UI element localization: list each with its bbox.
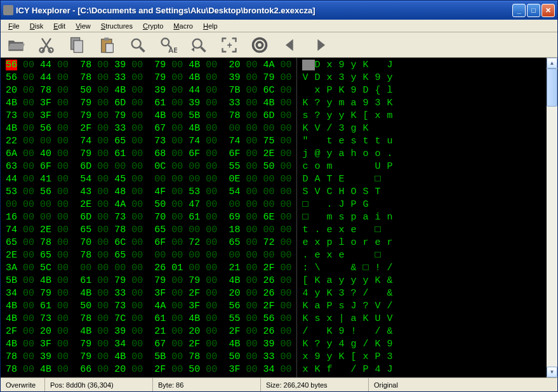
toolbar: AB +	[1, 32, 557, 58]
svg-rect-6	[106, 43, 114, 52]
menu-disk[interactable]: Disk	[25, 21, 48, 31]
menu-edit[interactable]: Edit	[48, 21, 70, 31]
find-text-button[interactable]: AB	[158, 35, 178, 55]
menu-help[interactable]: Help	[198, 21, 223, 31]
menu-crypto[interactable]: Crypto	[138, 21, 168, 31]
scroll-track[interactable]	[547, 69, 557, 367]
goto-button[interactable]	[249, 35, 270, 55]
empty-area	[404, 58, 547, 377]
svg-point-13	[256, 42, 262, 48]
status-mode: Overwrite	[1, 378, 45, 391]
svg-rect-3	[74, 41, 83, 53]
vertical-scrollbar[interactable]: ▲ ▼	[547, 58, 557, 377]
find-again-button[interactable]	[189, 35, 209, 55]
svg-point-0	[40, 48, 44, 52]
menu-macro[interactable]: Macro	[168, 21, 198, 31]
find-button[interactable]	[128, 35, 148, 55]
svg-point-8	[162, 38, 169, 46]
statusbar: Overwrite Pos: 8dd0h (36,304) Byte: 86 S…	[1, 377, 557, 391]
svg-point-1	[49, 48, 53, 52]
open-button[interactable]	[6, 35, 26, 55]
menu-structures[interactable]: Structures	[96, 21, 138, 31]
svg-text:+: +	[227, 39, 232, 49]
prev-button[interactable]	[280, 35, 300, 55]
scroll-down-button[interactable]: ▼	[547, 367, 557, 377]
status-byte: Byte: 86	[153, 378, 261, 391]
fullscreen-button[interactable]: +	[219, 35, 239, 55]
svg-point-12	[253, 38, 267, 51]
hex-pane[interactable]: 56 00 44 00 78 00 39 00 79 00 4B 00 20 0…	[1, 58, 296, 377]
cut-button[interactable]	[36, 35, 56, 55]
close-button[interactable]: ✕	[541, 4, 555, 17]
menubar: File Disk Edit View Structures Crypto Ma…	[1, 20, 557, 32]
copy-button[interactable]	[67, 35, 87, 55]
titlebar: ICY Hexplorer - [C:\Documents and Settin…	[1, 1, 557, 20]
app-icon	[3, 5, 13, 15]
content-area: 56 00 44 00 78 00 39 00 79 00 4B 00 20 0…	[1, 58, 557, 377]
svg-point-7	[132, 39, 141, 48]
paste-button[interactable]	[97, 35, 117, 55]
scroll-up-button[interactable]: ▲	[547, 58, 557, 69]
minimize-button[interactable]: _	[512, 4, 526, 17]
status-original: Original	[369, 378, 557, 391]
ascii-pane[interactable]: Dx9yK J VDx3yK9y xPK9D{l K?yma93K s?yyK[…	[296, 58, 404, 377]
next-button[interactable]	[310, 35, 331, 55]
status-pos: Pos: 8dd0h (36,304)	[45, 378, 153, 391]
maximize-button[interactable]: □	[527, 4, 540, 17]
scroll-thumb[interactable]	[547, 69, 557, 107]
status-size: Size: 266,240 bytes	[261, 378, 369, 391]
menu-view[interactable]: View	[70, 21, 96, 31]
svg-point-10	[193, 39, 202, 48]
window-title: ICY Hexplorer - [C:\Documents and Settin…	[16, 6, 512, 15]
svg-text:AB: AB	[168, 45, 177, 53]
menu-file[interactable]: File	[3, 21, 25, 31]
svg-rect-5	[104, 37, 109, 41]
